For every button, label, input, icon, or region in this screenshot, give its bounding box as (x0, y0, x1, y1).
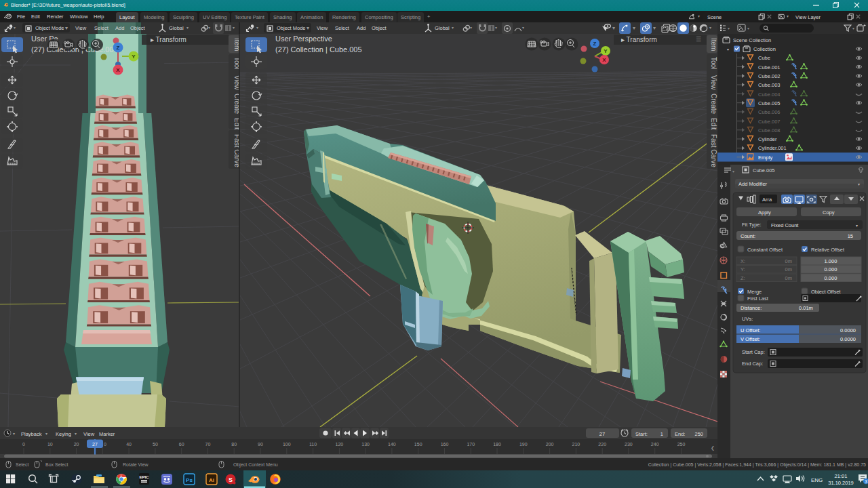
svg-text:S: S (229, 476, 233, 483)
svg-text:Rotate View: Rotate View (123, 462, 149, 467)
svg-text:Copy: Copy (823, 209, 835, 216)
svg-text:Z:: Z: (741, 275, 745, 281)
svg-text:Cube.002: Cube.002 (758, 73, 781, 79)
svg-text:Empty: Empty (758, 155, 773, 161)
svg-text:Count:: Count: (741, 233, 755, 239)
svg-text:220: 220 (598, 442, 606, 447)
svg-text:40: 40 (126, 442, 132, 447)
svg-text:130: 130 (361, 442, 370, 447)
svg-text:▾: ▾ (852, 26, 854, 30)
svg-text:Object Offset: Object Offset (811, 289, 842, 295)
svg-text:Y: Y (604, 48, 608, 54)
svg-text:0: 0 (104, 442, 106, 447)
svg-text:▾: ▾ (13, 432, 15, 436)
svg-text:Z: Z (593, 41, 597, 47)
svg-text:Collection: Collection (753, 46, 776, 52)
svg-text:80: 80 (231, 442, 237, 447)
svg-text:Tool: Tool (710, 57, 717, 69)
svg-text:▸ Transform: ▸ Transform (151, 36, 186, 43)
svg-text:100: 100 (283, 442, 291, 447)
svg-text:Cube.005: Cube.005 (758, 100, 781, 106)
svg-text:▾: ▾ (75, 432, 77, 436)
svg-text:Relative Offset: Relative Offset (811, 247, 845, 253)
svg-text:U Offset:: U Offset: (741, 327, 760, 333)
svg-text:15: 15 (848, 233, 853, 239)
svg-text:▾: ▾ (45, 432, 47, 436)
svg-text:70: 70 (205, 442, 211, 447)
svg-text:180: 180 (493, 442, 501, 447)
svg-text:Start:: Start: (635, 431, 648, 437)
svg-text:☰: ☰ (696, 36, 701, 43)
svg-text:Playback: Playback (21, 431, 42, 437)
svg-text:Start Cap:: Start Cap: (742, 349, 765, 355)
svg-text:200: 200 (546, 442, 554, 447)
svg-text:21:01: 21:01 (835, 473, 848, 479)
svg-text:140: 140 (388, 442, 396, 447)
svg-text:Y: Y (132, 54, 136, 60)
svg-text:160: 160 (441, 442, 449, 447)
svg-text:190: 190 (519, 442, 528, 447)
svg-text:1: 1 (660, 431, 663, 437)
svg-text:Cube.003: Cube.003 (758, 82, 781, 88)
svg-text:Fixed Count: Fixed Count (771, 222, 799, 228)
svg-text:120: 120 (336, 442, 344, 447)
svg-text:First Last: First Last (747, 296, 769, 302)
svg-text:20: 20 (74, 442, 79, 447)
svg-text:Box Select: Box Select (45, 462, 68, 467)
svg-text:Merge: Merge (747, 289, 762, 295)
svg-text:3: 3 (865, 479, 867, 484)
svg-text:▾: ▾ (856, 224, 858, 228)
svg-text:X: X (602, 57, 606, 63)
svg-text:Ai: Ai (209, 477, 214, 483)
svg-text:ENG: ENG (811, 477, 823, 483)
svg-text:50: 50 (153, 442, 158, 447)
svg-text:31.10.2019: 31.10.2019 (828, 480, 854, 486)
svg-text:▾: ▾ (727, 47, 729, 52)
svg-text:Cube.005: Cube.005 (753, 167, 775, 174)
svg-text:UVs:: UVs: (742, 316, 753, 322)
svg-text:250: 250 (694, 431, 703, 437)
svg-text:0m: 0m (785, 275, 792, 281)
svg-text:X:: X: (741, 258, 745, 264)
svg-text:Add Modifier: Add Modifier (738, 181, 768, 187)
svg-text:▾: ▾ (728, 26, 730, 30)
svg-text:Z: Z (117, 45, 120, 51)
svg-text:0.000: 0.000 (825, 266, 837, 272)
svg-text:V Offset:: V Offset: (741, 336, 760, 342)
svg-text:0m: 0m (785, 266, 792, 272)
svg-text:▾: ▾ (732, 169, 734, 174)
svg-text:❮: ❮ (711, 445, 715, 451)
svg-text:10: 10 (47, 442, 53, 447)
svg-text:240: 240 (651, 442, 659, 447)
svg-text:1.000: 1.000 (825, 258, 837, 264)
svg-text:Cube.004: Cube.004 (758, 92, 781, 98)
svg-text:Marker: Marker (99, 431, 115, 437)
svg-text:Cube.007: Cube.007 (758, 119, 781, 125)
svg-text:Apply: Apply (758, 209, 771, 216)
svg-text:110: 110 (309, 442, 317, 447)
svg-text:Ps: Ps (186, 477, 193, 483)
svg-text:(27) Collection | Cube.005: (27) Collection | Cube.005 (31, 45, 118, 54)
svg-text:0.000: 0.000 (825, 275, 837, 281)
svg-text:0.0000: 0.0000 (840, 327, 856, 333)
svg-text:170: 170 (467, 442, 475, 447)
svg-text:▾: ▾ (858, 182, 860, 186)
svg-text:0.01m: 0.01m (799, 305, 813, 311)
svg-text:(27) Collection | Cube.005: (27) Collection | Cube.005 (275, 45, 362, 54)
svg-text:Fast Carve: Fast Carve (710, 134, 717, 167)
svg-text:Item: Item (710, 38, 717, 51)
svg-text:60: 60 (179, 442, 184, 447)
svg-text:▾: ▾ (747, 26, 749, 30)
svg-text:27: 27 (599, 431, 605, 437)
svg-text:X: X (116, 67, 120, 73)
svg-text:Object Context Menu: Object Context Menu (233, 462, 278, 468)
svg-text:0: 0 (22, 442, 25, 447)
svg-text:Arra: Arra (762, 197, 772, 203)
svg-text:Y:: Y: (741, 266, 745, 272)
svg-text:Cube: Cube (758, 55, 770, 61)
svg-text:90: 90 (258, 442, 263, 447)
svg-text:End Cap:: End Cap: (742, 361, 763, 367)
svg-text:▸ Transform: ▸ Transform (621, 36, 657, 43)
svg-text:230: 230 (625, 442, 633, 447)
svg-text:End:: End: (675, 431, 685, 437)
